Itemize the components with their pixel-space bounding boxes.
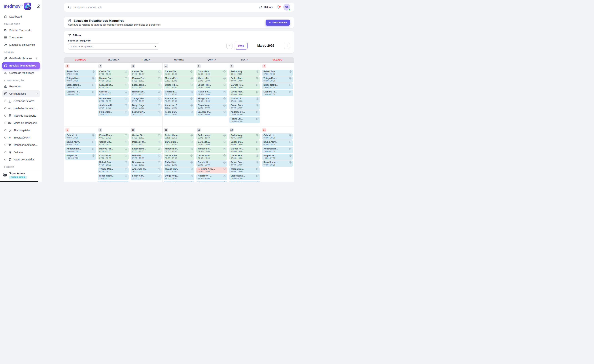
sidebar-item-sistema[interactable]: Sistema [2,149,40,156]
chip-gear-icon[interactable] [92,141,94,143]
search-input[interactable] [74,6,188,9]
chip-gear-icon[interactable] [223,97,226,100]
chip-gear-icon[interactable] [190,168,193,170]
schedule-chip[interactable]: Pedro Maqu... 00:01 - 23:59 [98,133,129,140]
schedule-chip[interactable]: Lucas Ribe... 07:00 - 19:00 [131,83,162,89]
schedule-chip[interactable]: Marcos Fer... 07:00 - 19:00 [131,140,162,146]
schedule-chip[interactable]: Diego Nogu... 19:00 - 07:00 [98,174,129,180]
schedule-chip[interactable]: Leandro Pi... 19:00 - 07:00 [229,181,260,182]
schedule-chip[interactable]: Marcos Fer... 07:00 - 19:00 [196,76,227,83]
schedule-chip[interactable]: Thiago Mar... 07:00 - 19:00 [164,167,195,173]
chip-gear-icon[interactable] [190,182,193,182]
chip-gear-icon[interactable] [256,118,258,120]
schedule-chip[interactable]: Rafael Sou... 07:00 - 19:00 [229,161,260,167]
schedule-chip[interactable]: Gabriel Li... 07:00 - 19:00 [196,161,227,167]
schedule-chip[interactable]: Lucas Ribe... 07:00 - 19:00 [229,90,260,96]
schedule-chip[interactable]: Gabriel Li... 07:00 - 19:00 [131,154,162,160]
chip-gear-icon[interactable] [223,84,226,86]
schedule-chip[interactable]: Leandro Pi... 19:00 - 07:00 [65,90,96,96]
chip-gear-icon[interactable] [125,148,127,150]
chip-gear-icon[interactable] [256,77,258,80]
chip-gear-icon[interactable] [256,168,258,170]
chip-gear-icon[interactable] [289,70,291,73]
chip-gear-icon[interactable] [223,182,226,182]
schedule-chip[interactable]: Carlos Dia... 07:00 - 19:00 [131,133,162,140]
schedule-chip[interactable]: Carlos Dia... 07:00 - 19:00 [196,140,227,146]
chip-gear-icon[interactable] [158,111,160,113]
chip-gear-icon[interactable] [256,111,258,113]
chip-gear-icon[interactable] [289,77,291,80]
schedule-chip[interactable]: Carlos Dia... 07:00 - 19:00 [98,140,129,146]
chip-gear-icon[interactable] [190,148,193,150]
schedule-chip[interactable]: Leandro Pi... 19:00 - 07:00 [196,110,227,116]
day-cell-3[interactable]: 3 Carlos Dia... 07:00 - 19:00 Marcos Fer… [130,63,163,127]
day-cell-2[interactable]: 2 Carlos Dia... 07:00 - 19:00 Marcos Fer… [97,63,130,127]
schedule-chip[interactable]: Gabriel Li... 07:00 - 19:00 [229,97,260,103]
schedule-chip[interactable]: Felipe Car... 19:00 - 07:00 [164,110,195,116]
chip-gear-icon[interactable] [190,141,193,143]
chip-gear-icon[interactable] [289,91,291,93]
chip-gear-icon[interactable] [125,70,127,73]
sidebar-item-solicitar-transporte[interactable]: Solicitar Transporte [2,27,40,34]
schedule-chip[interactable]: Diego Nogu... 19:00 - 07:00 [164,174,195,180]
nova-escala-button[interactable]: Nova Escala [266,20,290,26]
schedule-chip[interactable]: Marcos Fer... 07:00 - 19:00 [98,76,129,83]
schedule-chip[interactable]: Bruno Azev... 07:00 - 19:00 [196,167,227,173]
sidebar-item-gestao-de-atribuicoes[interactable]: Gestão de Atribuições [2,69,40,76]
sidebar-item-escalas-de-maqueiros[interactable]: Escalas de Maqueiros [2,62,40,69]
schedule-chip[interactable]: Bruno Azev... 07:00 - 19:00 [164,97,195,103]
schedule-chip[interactable]: Gabriel Li... 07:00 - 19:00 [65,133,96,140]
schedule-chip[interactable]: Gabriel Li... 07:00 - 19:00 [262,133,293,140]
schedule-chip[interactable]: Felipe Car... 19:00 - 07:00 [262,154,293,160]
prev-month-button[interactable] [226,43,232,49]
chip-gear-icon[interactable] [158,91,160,93]
chip-gear-icon[interactable] [158,161,160,163]
chip-gear-icon[interactable] [158,155,160,157]
schedule-chip[interactable]: Rafael Sou... 07:00 - 19:00 [164,161,195,167]
sidebar-item-gestao-de-usuarios[interactable]: Gestão de Usuários [2,55,40,62]
schedule-chip[interactable]: Carlos Dia... 07:00 - 19:00 [98,70,129,76]
sidebar-item-papel-de-usuarios[interactable]: Papel de Usuários [2,156,40,163]
chip-gear-icon[interactable] [256,104,258,107]
chip-gear-icon[interactable] [92,155,94,157]
schedule-chip[interactable]: Bruno Azev... 07:00 - 19:00 [229,103,260,110]
chip-gear-icon[interactable] [158,148,160,150]
schedule-chip[interactable]: Bruno Azev... 07:00 - 19:00 [65,140,96,146]
chip-gear-icon[interactable] [256,175,258,177]
chip-gear-icon[interactable] [256,141,258,143]
chip-gear-icon[interactable] [223,155,226,157]
chip-gear-icon[interactable] [190,111,193,113]
chip-gear-icon[interactable] [125,97,127,100]
schedule-chip[interactable]: Marcos Fer... 07:00 - 19:00 [229,147,260,153]
schedule-chip[interactable]: Rafael Sou... 07:00 - 19:00 [65,70,96,76]
day-cell-8[interactable]: 8 Gabriel Li... 07:00 - 19:00 Bruno Azev… [64,127,97,182]
chip-gear-icon[interactable] [190,91,193,93]
schedule-chip[interactable]: Diego Nogu... 19:00 - 07:00 [131,103,162,110]
chip-gear-icon[interactable] [92,70,94,73]
chip-gear-icon[interactable] [289,148,291,150]
schedule-chip[interactable]: Rafael Sou... 07:00 - 19:00 [98,161,129,167]
chip-gear-icon[interactable] [190,161,193,163]
chip-gear-icon[interactable] [158,141,160,143]
schedule-chip[interactable]: Thiago Mar... 07:00 - 19:00 [65,76,96,83]
schedule-chip[interactable]: Marcos Fer... 07:00 - 19:00 [196,147,227,153]
schedule-chip[interactable]: Diego Nogu... 19:00 - 07:00 [262,83,293,89]
schedule-chip[interactable]: Marcos Fer... 07:00 - 19:00 [131,76,162,83]
schedule-chip[interactable]: Leandro Pi... 19:00 - 07:00 [98,181,129,182]
schedule-chip[interactable]: Anderson R... 19:00 - 07:00 [262,147,293,153]
sidebar-item-configuracoes[interactable]: Configurações [2,90,40,97]
schedule-chip[interactable]: Lucas Ribe... 07:00 - 19:00 [229,154,260,160]
schedule-chip[interactable]: Carlos Dia... 07:00 - 19:00 [229,140,260,146]
chip-gear-icon[interactable] [223,134,226,136]
schedule-chip[interactable]: Leandro Pi... 19:00 - 07:00 [164,181,195,182]
chip-gear-icon[interactable] [223,141,226,143]
chip-gear-icon[interactable] [289,134,291,136]
schedule-chip[interactable]: Anderson R... 19:00 - 07:00 [98,103,129,110]
chip-gear-icon[interactable] [158,104,160,107]
schedule-chip[interactable]: Gabriel Li... 07:00 - 19:00 [164,90,195,96]
schedule-chip[interactable]: Thiago Mar... 07:00 - 19:00 [98,167,129,173]
notifications-bell-icon[interactable] [276,5,280,9]
chip-gear-icon[interactable] [223,91,226,93]
schedule-chip[interactable]: Marcos Fer... 07:00 - 19:00 [164,76,195,83]
schedule-chip[interactable]: Diego Nogu... 19:00 - 07:00 [229,174,260,180]
